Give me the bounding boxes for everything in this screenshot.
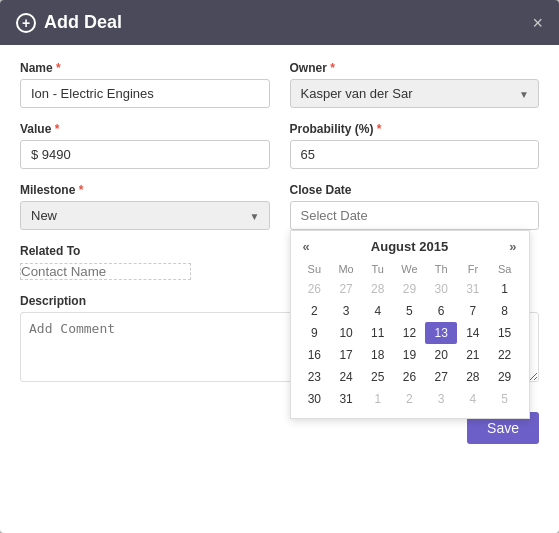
calendar-day-cell[interactable]: 2 — [299, 300, 331, 322]
calendar-week-row: 23242526272829 — [299, 366, 521, 388]
calendar-day-cell[interactable]: 16 — [299, 344, 331, 366]
calendar-day-cell[interactable]: 4 — [457, 388, 489, 410]
milestone-select[interactable]: New — [20, 201, 270, 230]
owner-label: Owner * — [290, 61, 540, 75]
probability-input[interactable] — [290, 140, 540, 169]
calendar-week-row: 9101112131415 — [299, 322, 521, 344]
calendar-grid: SuMoTuWeThFrSa 2627282930311234567891011… — [299, 260, 521, 410]
calendar-day-cell[interactable]: 19 — [394, 344, 426, 366]
calendar-day-header: Fr — [457, 260, 489, 278]
calendar-day-header: Th — [425, 260, 457, 278]
owner-select-wrapper: Kasper van der Sar — [290, 79, 540, 108]
name-group: Name * — [20, 61, 270, 108]
calendar-day-cell[interactable]: 24 — [330, 366, 362, 388]
calendar-day-cell[interactable]: 21 — [457, 344, 489, 366]
calendar-day-cell[interactable]: 8 — [489, 300, 521, 322]
calendar-day-cell[interactable]: 2 — [394, 388, 426, 410]
modal-header: + Add Deal × — [0, 0, 559, 45]
calendar-day-cell[interactable]: 30 — [299, 388, 331, 410]
calendar-body: 2627282930311234567891011121314151617181… — [299, 278, 521, 410]
calendar-day-header: Mo — [330, 260, 362, 278]
prev-month-button[interactable]: « — [299, 239, 314, 254]
calendar-day-header: Sa — [489, 260, 521, 278]
calendar-month-year: August 2015 — [371, 239, 448, 254]
modal-title-group: + Add Deal — [16, 12, 122, 33]
calendar-day-cell[interactable]: 31 — [457, 278, 489, 300]
calendar-day-header: Su — [299, 260, 331, 278]
name-label: Name * — [20, 61, 270, 75]
calendar-day-cell[interactable]: 27 — [425, 366, 457, 388]
add-icon: + — [16, 13, 36, 33]
calendar-day-cell[interactable]: 10 — [330, 322, 362, 344]
name-owner-row: Name * Owner * Kasper van der Sar — [20, 61, 539, 108]
calendar-day-cell[interactable]: 1 — [362, 388, 394, 410]
calendar-day-cell[interactable]: 30 — [425, 278, 457, 300]
modal-body: Name * Owner * Kasper van der Sar Value — [0, 45, 559, 402]
calendar-day-cell[interactable]: 23 — [299, 366, 331, 388]
calendar-day-cell[interactable]: 1 — [489, 278, 521, 300]
owner-select[interactable]: Kasper van der Sar — [290, 79, 540, 108]
calendar-day-cell[interactable]: 6 — [425, 300, 457, 322]
date-input-wrapper: « August 2015 » SuMoTuWeThFrSa 262728293… — [290, 201, 540, 230]
calendar-week-row: 2345678 — [299, 300, 521, 322]
calendar-day-cell[interactable]: 5 — [489, 388, 521, 410]
calendar-day-cell[interactable]: 3 — [425, 388, 457, 410]
owner-group: Owner * Kasper van der Sar — [290, 61, 540, 108]
calendar-day-cell[interactable]: 4 — [362, 300, 394, 322]
calendar-day-cell[interactable]: 28 — [362, 278, 394, 300]
calendar-day-cell[interactable]: 29 — [489, 366, 521, 388]
calendar-day-cell[interactable]: 12 — [394, 322, 426, 344]
calendar-day-cell[interactable]: 26 — [299, 278, 331, 300]
calendar-header: « August 2015 » — [299, 239, 521, 254]
calendar-day-cell[interactable]: 26 — [394, 366, 426, 388]
calendar-day-cell[interactable]: 18 — [362, 344, 394, 366]
calendar-week-row: 303112345 — [299, 388, 521, 410]
calendar: « August 2015 » SuMoTuWeThFrSa 262728293… — [290, 230, 530, 419]
calendar-day-cell[interactable]: 9 — [299, 322, 331, 344]
close-button[interactable]: × — [532, 14, 543, 32]
closedate-label: Close Date — [290, 183, 540, 197]
calendar-week-row: 2627282930311 — [299, 278, 521, 300]
value-input[interactable] — [20, 140, 270, 169]
name-input[interactable] — [20, 79, 270, 108]
calendar-day-cell[interactable]: 31 — [330, 388, 362, 410]
next-month-button[interactable]: » — [505, 239, 520, 254]
calendar-week-row: 16171819202122 — [299, 344, 521, 366]
calendar-day-cell[interactable]: 7 — [457, 300, 489, 322]
milestone-label: Milestone * — [20, 183, 270, 197]
calendar-day-header: Tu — [362, 260, 394, 278]
calendar-day-cell[interactable]: 20 — [425, 344, 457, 366]
calendar-day-cell[interactable]: 28 — [457, 366, 489, 388]
add-deal-modal: + Add Deal × Name * Owner * Kasper van d… — [0, 0, 559, 533]
calendar-day-cell[interactable]: 13 — [425, 322, 457, 344]
closedate-group: Close Date « August 2015 » SuMoTuWeThFrS… — [290, 183, 540, 230]
value-group: Value * — [20, 122, 270, 169]
calendar-day-cell[interactable]: 17 — [330, 344, 362, 366]
calendar-day-cell[interactable]: 27 — [330, 278, 362, 300]
calendar-day-cell[interactable]: 22 — [489, 344, 521, 366]
calendar-day-cell[interactable]: 3 — [330, 300, 362, 322]
value-probability-row: Value * Probability (%) * — [20, 122, 539, 169]
calendar-day-cell[interactable]: 15 — [489, 322, 521, 344]
value-label: Value * — [20, 122, 270, 136]
milestone-closedate-row: Milestone * New Close Date « Augus — [20, 183, 539, 230]
calendar-day-cell[interactable]: 11 — [362, 322, 394, 344]
calendar-days-header: SuMoTuWeThFrSa — [299, 260, 521, 278]
calendar-day-cell[interactable]: 29 — [394, 278, 426, 300]
probability-label: Probability (%) * — [290, 122, 540, 136]
probability-group: Probability (%) * — [290, 122, 540, 169]
calendar-day-header: We — [394, 260, 426, 278]
milestone-group: Milestone * New — [20, 183, 270, 230]
calendar-day-cell[interactable]: 25 — [362, 366, 394, 388]
close-date-input[interactable] — [290, 201, 540, 230]
modal-title: Add Deal — [44, 12, 122, 33]
contact-input[interactable] — [20, 263, 191, 280]
calendar-day-cell[interactable]: 5 — [394, 300, 426, 322]
calendar-day-cell[interactable]: 14 — [457, 322, 489, 344]
milestone-select-wrapper: New — [20, 201, 270, 230]
